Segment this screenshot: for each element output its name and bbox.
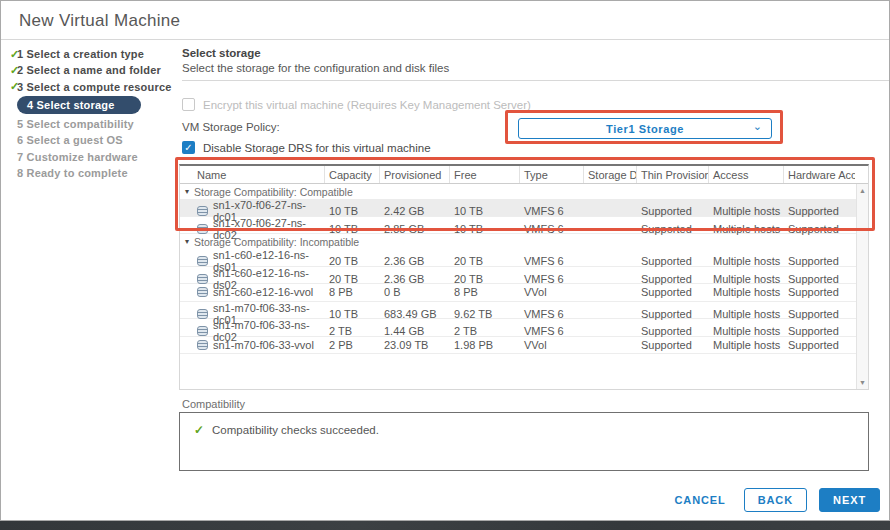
datastore-cell: VVol [520, 286, 584, 298]
datastore-cell: Supported [637, 339, 709, 351]
back-button[interactable]: BACK [744, 488, 807, 512]
datastore-cell: Supported [637, 273, 709, 285]
column-header-thin-provisioning[interactable]: Thin Provisioning [637, 166, 709, 183]
datastore-cell: Multiple hosts [709, 255, 784, 267]
datastore-cell: Supported [784, 223, 855, 235]
datastore-cell: 2.85 GB [380, 223, 450, 235]
column-header-free[interactable]: Free [450, 166, 520, 183]
datastore-name-cell: sn1-c60-e12-16-vvol [197, 286, 325, 298]
heading-divider [182, 80, 889, 81]
group-row[interactable]: ▾Storage Compatibility: Compatible [180, 184, 868, 199]
table-scrollbar[interactable]: ▲ ▼ [856, 184, 868, 389]
group-row-content: ▾Storage Compatibility: Compatible [180, 186, 855, 198]
datastore-row[interactable]: sn1-c60-e12-16-ns-ds0120 TB2.36 GB20 TBV… [180, 249, 868, 267]
datastore-cell: 20 TB [450, 273, 520, 285]
datastore-icon [197, 287, 208, 297]
scroll-up-icon[interactable]: ▲ [857, 187, 868, 194]
datastore-cell: VMFS 6 [520, 205, 584, 217]
group-label: Storage Compatibility: Incompatible [194, 236, 359, 248]
datastore-cell: 10 TB [325, 308, 380, 320]
wizard-step-label: 1 Select a creation type [17, 48, 144, 60]
wizard-step-3[interactable]: ✓3 Select a compute resource [1, 79, 176, 95]
green-check-icon: ✓ [1, 80, 17, 93]
next-button[interactable]: NEXT [819, 488, 880, 512]
datastore-icon [197, 340, 208, 350]
column-header-storage-drs[interactable]: Storage DRS [584, 166, 637, 183]
column-header-provisioned[interactable]: Provisioned [380, 166, 450, 183]
datastore-cell: Multiple hosts [709, 308, 784, 320]
datastore-row[interactable]: sn1-m70-f06-33-ns-dc0110 TB683.49 GB9.62… [180, 302, 868, 320]
column-header-capacity[interactable]: Capacity [325, 166, 380, 183]
datastore-cell: VMFS 6 [520, 255, 584, 267]
wizard-step-6: 6 Select a guest OS [1, 132, 176, 148]
step-subheading: Select the storage for the configuration… [182, 62, 449, 74]
datastore-row[interactable]: sn1-m70-f06-33-ns-dc022 TB1.44 GB2 TBVMF… [180, 319, 868, 337]
datastore-cell: 20 TB [450, 255, 520, 267]
datastore-cell: 1.44 GB [380, 325, 450, 337]
group-row[interactable]: ▾Storage Compatibility: Incompatible [180, 234, 868, 249]
wizard-step-label: 6 Select a guest OS [17, 134, 123, 146]
scroll-down-icon[interactable]: ▼ [857, 379, 868, 386]
datastore-cell: 1.98 PB [450, 339, 520, 351]
wizard-step-label: 8 Ready to complete [17, 167, 128, 179]
green-check-icon: ✓ [1, 64, 17, 77]
datastore-cell: Multiple hosts [709, 325, 784, 337]
column-header-name[interactable]: Name [180, 166, 325, 183]
datastore-cell: Supported [637, 205, 709, 217]
wizard-step-2[interactable]: ✓2 Select a name and folder [1, 62, 176, 78]
footer-buttons: CANCEL BACK NEXT [668, 488, 880, 512]
column-header-hardware-accel[interactable]: Hardware Accel... [784, 166, 855, 183]
datastore-cell: Supported [784, 273, 855, 285]
datastore-cell: 2 TB [450, 325, 520, 337]
datastore-cell: Supported [784, 286, 855, 298]
green-check-icon: ✓ [1, 48, 17, 61]
datastore-row[interactable]: sn1-x70-f06-27-ns-dc0210 TB2.85 GB10 TBV… [180, 217, 868, 235]
datastore-icon [197, 224, 208, 234]
datastore-icon [197, 326, 208, 336]
datastore-cell: 20 TB [325, 255, 380, 267]
compatibility-label: Compatibility [182, 398, 245, 410]
datastore-cell: Supported [637, 255, 709, 267]
wizard-step-1[interactable]: ✓1 Select a creation type [1, 46, 176, 62]
datastore-row[interactable]: sn1-c60-e12-16-ns-ds0220 TB2.36 GB20 TBV… [180, 267, 868, 285]
group-label: Storage Compatibility: Compatible [194, 186, 353, 198]
compatibility-message: Compatibility checks succeeded. [212, 424, 379, 436]
datastore-icon [197, 274, 208, 284]
wizard-step-label: 5 Select compatibility [17, 118, 134, 130]
disable-drs-label: Disable Storage DRS for this virtual mac… [203, 142, 431, 154]
step-heading: Select storage [182, 47, 261, 59]
vm-storage-policy-value: Tier1 Storage [606, 123, 684, 135]
datastore-cell: 8 PB [325, 286, 380, 298]
encrypt-vm-checkbox[interactable] [182, 98, 195, 111]
datastore-cell: 10 TB [450, 205, 520, 217]
wizard-step-label: 7 Customize hardware [17, 151, 138, 163]
encrypt-vm-row: Encrypt this virtual machine (Requires K… [182, 98, 531, 111]
datastore-cell: Multiple hosts [709, 273, 784, 285]
collapse-triangle-icon[interactable]: ▾ [185, 187, 189, 196]
datastore-cell: 683.49 GB [380, 308, 450, 320]
wizard-step-4[interactable]: 4 Select storage [1, 96, 176, 115]
datastore-cell: 10 TB [450, 223, 520, 235]
datastore-table-header: NameCapacityProvisionedFreeTypeStorage D… [180, 166, 868, 184]
wizard-step-label: 3 Select a compute resource [17, 81, 172, 93]
datastore-cell: 9.62 TB [450, 308, 520, 320]
datastore-row[interactable]: sn1-c60-e12-16-vvol8 PB0 B8 PBVVolSuppor… [180, 284, 868, 302]
column-header-access[interactable]: Access [709, 166, 784, 183]
datastore-cell: Supported [637, 286, 709, 298]
datastore-row[interactable]: sn1-x70-f06-27-ns-dc0110 TB2.42 GB10 TBV… [180, 199, 868, 217]
datastore-cell: 10 TB [325, 223, 380, 235]
vm-storage-policy-dropdown[interactable]: Tier1 Storage ⌄ [518, 118, 772, 139]
collapse-triangle-icon[interactable]: ▾ [185, 237, 189, 246]
datastore-cell: VMFS 6 [520, 325, 584, 337]
vm-storage-policy-label: VM Storage Policy: [182, 121, 280, 133]
datastore-cell: Supported [784, 255, 855, 267]
disable-drs-checkbox[interactable]: ✓ [182, 141, 195, 154]
datastore-cell: Supported [784, 325, 855, 337]
column-header-type[interactable]: Type [520, 166, 584, 183]
cancel-button[interactable]: CANCEL [668, 489, 731, 511]
datastore-row[interactable]: sn1-m70-f06-33-vvol2 PB23.09 TB1.98 PBVV… [180, 337, 868, 355]
compatibility-box: ✓ Compatibility checks succeeded. [179, 412, 869, 471]
datastore-cell: Supported [784, 308, 855, 320]
datastore-cell: Multiple hosts [709, 223, 784, 235]
datastore-cell: 10 TB [325, 205, 380, 217]
